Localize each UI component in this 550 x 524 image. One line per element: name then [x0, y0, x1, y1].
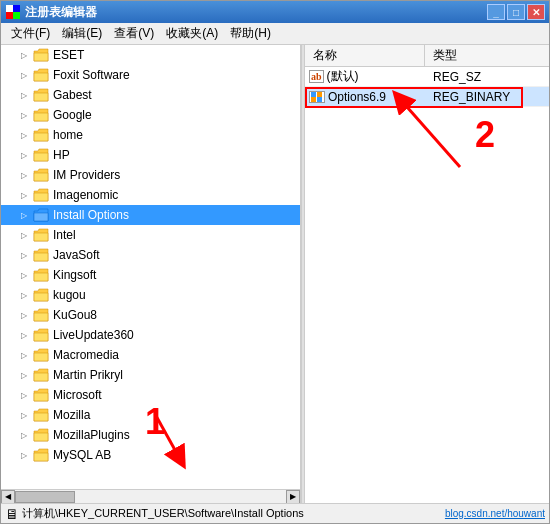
tree-item-martin-prikryl[interactable]: ▷ Martin Prikryl: [1, 365, 300, 385]
expand-arrow: ▷: [21, 51, 31, 60]
tree-item-hp[interactable]: ▷ HP: [1, 145, 300, 165]
tree-item-label: Martin Prikryl: [53, 368, 123, 382]
tree-item-label: kugou: [53, 288, 86, 302]
tree-item-intel[interactable]: ▷ Intel: [1, 225, 300, 245]
tree-item-label: Macromedia: [53, 348, 119, 362]
reg-name-label: Options6.9: [328, 90, 386, 104]
expand-arrow: ▷: [21, 331, 31, 340]
registry-values-panel: 名称 类型 ab (默认) REG_SZ: [305, 45, 549, 503]
expand-arrow: ▷: [21, 151, 31, 160]
tree-item-label: MozillaPlugins: [53, 428, 130, 442]
tree-item-kingsoft[interactable]: ▷ Kingsoft: [1, 265, 300, 285]
tree-item-eset[interactable]: ▷ ESET: [1, 45, 300, 65]
tree-item-macromedia[interactable]: ▷ Macromedia: [1, 345, 300, 365]
tree-item-label: Kingsoft: [53, 268, 96, 282]
tree-item-javasoft[interactable]: ▷ JavaSoft: [1, 245, 300, 265]
menu-favorites[interactable]: 收藏夹(A): [160, 23, 224, 44]
expand-arrow: ▷: [21, 211, 31, 220]
expand-arrow: ▷: [21, 231, 31, 240]
folder-icon: [33, 368, 49, 382]
tree-item-foxit[interactable]: ▷ Foxit Software: [1, 65, 300, 85]
tree-item-kugou[interactable]: ▷ kugou: [1, 285, 300, 305]
tree-item-label: Imagenomic: [53, 188, 118, 202]
menu-bar: 文件(F) 编辑(E) 查看(V) 收藏夹(A) 帮助(H): [1, 23, 549, 45]
folder-icon: [33, 128, 49, 142]
tree-item-label: HP: [53, 148, 70, 162]
folder-icon: [33, 148, 49, 162]
tree-item-gabest[interactable]: ▷ Gabest: [1, 85, 300, 105]
tree-item-label: ESET: [53, 48, 84, 62]
app-icon: [5, 4, 21, 20]
folder-icon: [33, 208, 49, 222]
menu-help[interactable]: 帮助(H): [224, 23, 277, 44]
svg-text:2: 2: [475, 114, 495, 155]
reg-type-default: REG_SZ: [425, 70, 549, 84]
tree-scroll[interactable]: ▷ ESET ▷ Foxit Software ▷: [1, 45, 300, 489]
svg-rect-3: [13, 12, 20, 19]
scroll-right-btn[interactable]: ▶: [286, 490, 300, 504]
tree-item-label: Google: [53, 108, 92, 122]
registry-values-list: ab (默认) REG_SZ Options6.9 REG_BINARY: [305, 67, 549, 503]
folder-icon: [33, 348, 49, 362]
tree-item-label: Microsoft: [53, 388, 102, 402]
folder-icon: [33, 108, 49, 122]
folder-icon: [33, 88, 49, 102]
minimize-button[interactable]: _: [487, 4, 505, 20]
menu-file[interactable]: 文件(F): [5, 23, 56, 44]
tree-item-im-providers[interactable]: ▷ IM Providers: [1, 165, 300, 185]
tree-item-google[interactable]: ▷ Google: [1, 105, 300, 125]
folder-icon: [33, 328, 49, 342]
expand-arrow: ▷: [21, 311, 31, 320]
tree-item-label: Intel: [53, 228, 76, 242]
folder-icon: [33, 268, 49, 282]
ab-icon: ab: [309, 70, 324, 83]
svg-line-9: [400, 99, 460, 167]
expand-arrow: ▷: [21, 291, 31, 300]
registry-row-default[interactable]: ab (默认) REG_SZ: [305, 67, 549, 87]
tree-item-label: Foxit Software: [53, 68, 130, 82]
reg-name-options69: Options6.9: [305, 90, 425, 104]
reg-type-options69: REG_BINARY: [425, 90, 549, 104]
tree-item-mysql-ab[interactable]: ▷ MySQL AB: [1, 445, 300, 465]
svg-rect-1: [13, 5, 20, 12]
scroll-thumb[interactable]: [15, 491, 75, 503]
folder-icon: [33, 188, 49, 202]
folder-icon: [33, 228, 49, 242]
tree-item-label: LiveUpdate360: [53, 328, 134, 342]
close-button[interactable]: ✕: [527, 4, 545, 20]
tree-item-kugou8[interactable]: ▷ KuGou8: [1, 305, 300, 325]
expand-arrow: ▷: [21, 451, 31, 460]
tree-item-mozilla-plugins[interactable]: ▷ MozillaPlugins: [1, 425, 300, 445]
expand-arrow: ▷: [21, 171, 31, 180]
expand-arrow: ▷: [21, 371, 31, 380]
expand-arrow: ▷: [21, 91, 31, 100]
tree-item-imagenomic[interactable]: ▷ Imagenomic: [1, 185, 300, 205]
svg-rect-6: [311, 97, 316, 102]
tree-item-home[interactable]: ▷ home: [1, 125, 300, 145]
tree-item-install-options[interactable]: ▷ Install Options: [1, 205, 300, 225]
menu-edit[interactable]: 编辑(E): [56, 23, 108, 44]
registry-header: 名称 类型: [305, 45, 549, 67]
computer-icon: 🖥: [5, 506, 19, 522]
folder-icon: [33, 288, 49, 302]
folder-icon: [33, 68, 49, 82]
tree-hscroll[interactable]: ◀ ▶: [1, 489, 300, 503]
tree-item-mozilla[interactable]: ▷ Mozilla: [1, 405, 300, 425]
status-bar: 🖥 计算机\HKEY_CURRENT_USER\Software\Install…: [1, 503, 549, 523]
tree-item-microsoft[interactable]: ▷ Microsoft: [1, 385, 300, 405]
scroll-left-btn[interactable]: ◀: [1, 490, 15, 504]
scroll-track: [15, 490, 286, 504]
tree-item-label: home: [53, 128, 83, 142]
expand-arrow: ▷: [21, 131, 31, 140]
title-bar: 注册表编辑器 _ □ ✕: [1, 1, 549, 23]
menu-view[interactable]: 查看(V): [108, 23, 160, 44]
tree-item-label: Gabest: [53, 88, 92, 102]
svg-rect-4: [311, 92, 316, 97]
window-title: 注册表编辑器: [25, 4, 487, 21]
tree-item-label: Mozilla: [53, 408, 90, 422]
registry-row-options69[interactable]: Options6.9 REG_BINARY: [305, 87, 549, 107]
binary-icon: [309, 91, 325, 103]
restore-button[interactable]: □: [507, 4, 525, 20]
tree-item-liveupdate360[interactable]: ▷ LiveUpdate360: [1, 325, 300, 345]
expand-arrow: ▷: [21, 251, 31, 260]
